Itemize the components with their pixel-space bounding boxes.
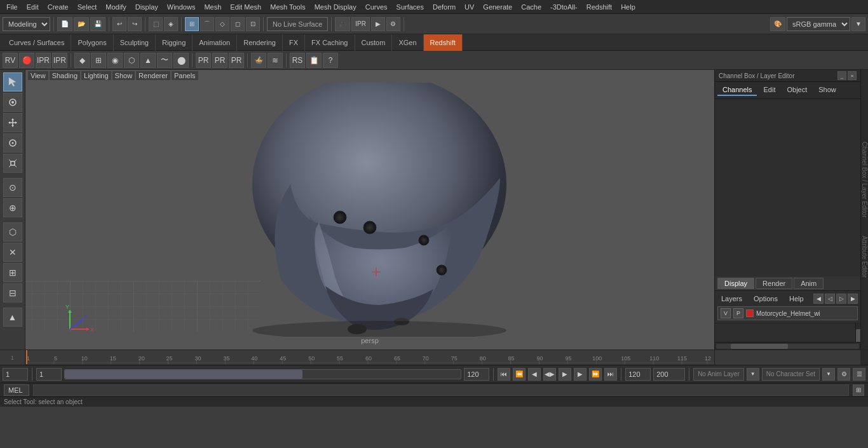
rs-btn-15[interactable]: 🍲 — [251, 53, 266, 68]
renderer-menu-btn[interactable]: Renderer — [136, 71, 170, 80]
layers-options-btn[interactable]: Options — [750, 294, 782, 303]
channel-tab-object[interactable]: Object — [782, 85, 812, 96]
rs-btn-12[interactable]: PR — [196, 53, 211, 68]
menu-redshift[interactable]: Redshift — [583, 2, 616, 12]
rs-btn-1[interactable]: RV — [3, 53, 18, 68]
rs-btn-11[interactable]: ⬤ — [173, 53, 189, 68]
layer-visibility-btn[interactable]: V — [721, 308, 731, 318]
rs-btn-4[interactable]: IPR — [52, 53, 67, 68]
menu-3dtoa[interactable]: -3DtoAll- — [546, 2, 581, 12]
layer-scrollbar[interactable] — [855, 323, 860, 342]
rs-btn-3[interactable]: IPR — [36, 53, 51, 68]
tab-polygons[interactable]: Polygons — [71, 34, 113, 51]
shading-menu-btn[interactable]: Shading — [50, 71, 80, 80]
snap-surface-btn[interactable]: ◻ — [231, 17, 245, 31]
channel-box-strip-label[interactable]: Channel Box / Layer Editor — [858, 139, 868, 221]
go-to-start-btn[interactable]: ⏮ — [498, 368, 510, 381]
anim-layer-dropdown-btn[interactable]: ▼ — [747, 368, 759, 381]
range-start-field[interactable] — [36, 368, 62, 381]
tab-redshift[interactable]: Redshift — [424, 34, 463, 51]
lasso-select-btn[interactable]: ◈ — [164, 17, 178, 31]
h-scroll-thumb[interactable] — [731, 344, 788, 349]
menu-generate[interactable]: Generate — [479, 2, 516, 12]
render-btn[interactable]: ▶ — [371, 17, 385, 31]
attribute-editor-strip-label[interactable]: Attribute Editor — [858, 233, 868, 280]
menu-help[interactable]: Help — [617, 2, 639, 12]
menu-display[interactable]: Display — [132, 2, 162, 12]
layer-row[interactable]: V P Motorcycle_Helmet_wi — [717, 306, 858, 320]
display-tab-display[interactable]: Display — [717, 278, 754, 289]
scale-tool[interactable] — [3, 154, 22, 173]
panel-minimize-btn[interactable]: _ — [837, 71, 846, 80]
menu-curves[interactable]: Curves — [362, 2, 391, 12]
rs-btn-8[interactable]: ⬡ — [124, 53, 139, 68]
play-forward-btn[interactable]: ▶ — [559, 368, 571, 381]
step-back-btn[interactable]: ⏪ — [513, 368, 526, 381]
layer-color-swatch[interactable] — [746, 309, 754, 317]
panel-close-btn[interactable]: × — [848, 71, 857, 80]
soft-select-tool[interactable]: ⊙ — [3, 178, 22, 197]
anim-settings-btn[interactable]: ⚙ — [837, 368, 850, 381]
layer-horizontal-scroll[interactable] — [715, 342, 860, 350]
layer-playback-btn[interactable]: P — [733, 308, 743, 318]
menu-mesh-tools[interactable]: Mesh Tools — [266, 2, 309, 12]
rs-btn-13[interactable]: PR — [212, 53, 227, 68]
layer-arrow-right-btn[interactable]: ▶ — [848, 294, 858, 304]
select-mode-btn[interactable]: ⬚ — [149, 17, 163, 31]
rs-btn-19[interactable]: ? — [323, 53, 338, 68]
max-end-field[interactable] — [653, 368, 685, 381]
connect-tool[interactable]: ⊞ — [3, 263, 22, 282]
mel-label[interactable]: MEL — [4, 384, 29, 396]
rs-btn-18[interactable]: 📋 — [306, 53, 322, 68]
layers-help-btn[interactable]: Help — [785, 294, 808, 303]
layer-arrow-left2-btn[interactable]: ◁ — [825, 294, 835, 304]
menu-windows[interactable]: Windows — [163, 2, 200, 12]
menu-select[interactable]: Select — [74, 2, 101, 12]
tab-custom[interactable]: Custom — [355, 34, 393, 51]
prev-frame-btn[interactable]: ◀ — [528, 368, 541, 381]
step-forward-btn[interactable]: ⏩ — [589, 368, 602, 381]
tab-sculpting[interactable]: Sculpting — [114, 34, 156, 51]
rs-btn-7[interactable]: ◉ — [107, 53, 123, 68]
transform-tool[interactable]: ⊕ — [3, 198, 22, 217]
rotate-tool[interactable] — [3, 133, 22, 153]
rs-btn-9[interactable]: ▲ — [140, 53, 156, 68]
tab-fx-caching[interactable]: FX Caching — [305, 34, 355, 51]
layer-arrow-left-btn[interactable]: ◀ — [813, 294, 824, 304]
view-menu-btn[interactable]: View — [28, 71, 48, 80]
menu-file[interactable]: File — [3, 2, 22, 12]
rs-btn-17[interactable]: RS — [290, 53, 305, 68]
rs-btn-16[interactable]: ≋ — [268, 53, 283, 68]
timeline-main[interactable]: 1 5 10 15 20 25 30 35 40 45 — [25, 350, 714, 365]
channel-tab-edit[interactable]: Edit — [758, 85, 780, 96]
tab-fx[interactable]: FX — [283, 34, 305, 51]
ipr-btn[interactable]: IPR — [351, 17, 370, 31]
rs-btn-10[interactable]: 〜 — [157, 53, 172, 68]
lighting-menu-btn[interactable]: Lighting — [81, 71, 111, 80]
multicut-tool[interactable]: ✕ — [3, 243, 22, 262]
camera-btn[interactable]: 🎥 — [335, 17, 350, 31]
render-settings-btn[interactable]: ⚙ — [386, 17, 400, 31]
paint-tool[interactable] — [3, 93, 22, 112]
open-scene-btn[interactable]: 📂 — [74, 17, 89, 31]
snap-grid-btn[interactable]: ⊞ — [185, 17, 199, 31]
display-tab-render[interactable]: Render — [756, 278, 792, 289]
range-end-field[interactable] — [464, 368, 489, 381]
rs-btn-14[interactable]: PR — [229, 53, 244, 68]
snap-curve-btn[interactable]: ⌒ — [200, 17, 214, 31]
gamma-settings-btn[interactable]: ▼ — [851, 17, 865, 31]
rs-btn-2[interactable]: 🔴 — [19, 53, 34, 68]
workspace-dropdown[interactable]: Modeling — [3, 17, 50, 31]
menu-create[interactable]: Create — [44, 2, 72, 12]
next-frame-btn[interactable]: ▶ — [574, 368, 587, 381]
menu-edit-mesh[interactable]: Edit Mesh — [226, 2, 265, 12]
go-to-end-btn[interactable]: ⏭ — [604, 368, 617, 381]
command-input[interactable] — [33, 384, 849, 396]
tab-xgen[interactable]: XGen — [392, 34, 423, 51]
panels-menu-btn[interactable]: Panels — [172, 71, 198, 80]
playback-end-field[interactable] — [625, 368, 651, 381]
menu-mesh[interactable]: Mesh — [200, 2, 225, 12]
snap-view-btn[interactable]: ⊡ — [246, 17, 260, 31]
menu-mesh-display[interactable]: Mesh Display — [311, 2, 360, 12]
gamma-dropdown[interactable]: sRGB gamma — [787, 17, 850, 31]
